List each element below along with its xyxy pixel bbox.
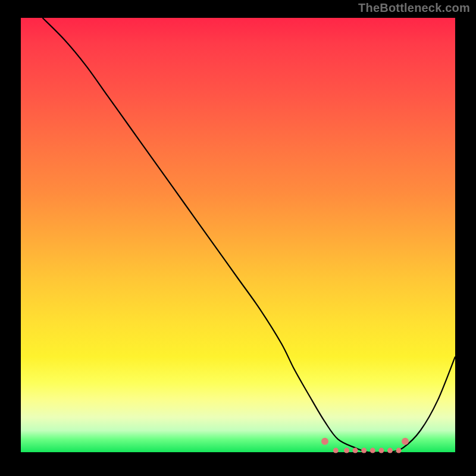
curve-path	[43, 18, 456, 453]
valley-dot	[344, 448, 349, 453]
bottleneck-curve	[21, 18, 455, 452]
valley-dot	[387, 448, 393, 453]
valley-dot	[378, 448, 384, 453]
valley-dot	[361, 448, 367, 453]
attribution-text: TheBottleneck.com	[358, 1, 470, 15]
valley-dot	[370, 448, 375, 453]
chart-frame: TheBottleneck.com	[0, 0, 476, 476]
valley-dot	[333, 448, 339, 453]
valley-dot	[396, 448, 402, 453]
valley-dot	[321, 438, 328, 445]
valley-dot	[353, 448, 358, 453]
valley-dot	[402, 438, 409, 445]
